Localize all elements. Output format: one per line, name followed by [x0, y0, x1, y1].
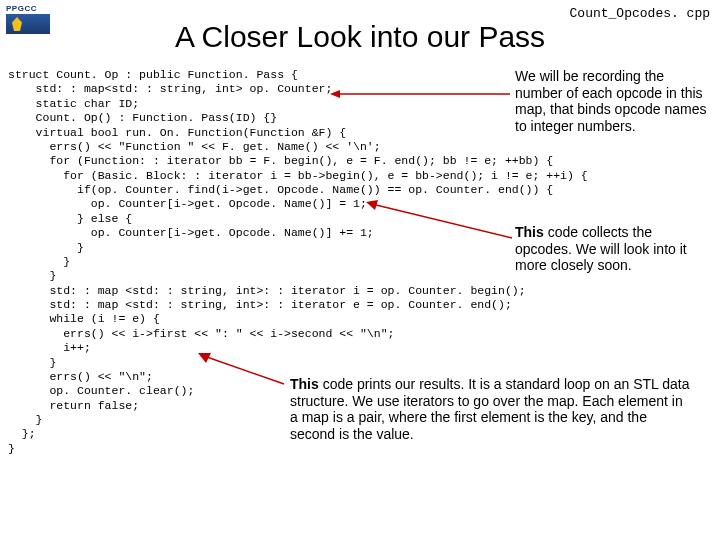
- ppgcc-logo: PPGCC: [6, 4, 62, 48]
- annotation-print: This code prints our results. It is a st…: [290, 376, 690, 442]
- annotation-print-bold: This: [290, 376, 319, 392]
- slide-header: PPGCC Count_Opcodes. cpp A Closer Look i…: [0, 0, 720, 68]
- slide-content: struct Count. Op : public Function. Pass…: [0, 68, 720, 456]
- logo-text: PPGCC: [6, 4, 62, 13]
- annotation-collect-bold: This: [515, 224, 544, 240]
- annotation-collect: This code collects the opcodes. We will …: [515, 224, 710, 274]
- annotation-map: We will be recording the number of each …: [515, 68, 710, 134]
- logo-shape-icon: [6, 14, 50, 34]
- annotation-print-rest: code prints our results. It is a standar…: [290, 376, 689, 442]
- filename-label: Count_Opcodes. cpp: [570, 6, 710, 21]
